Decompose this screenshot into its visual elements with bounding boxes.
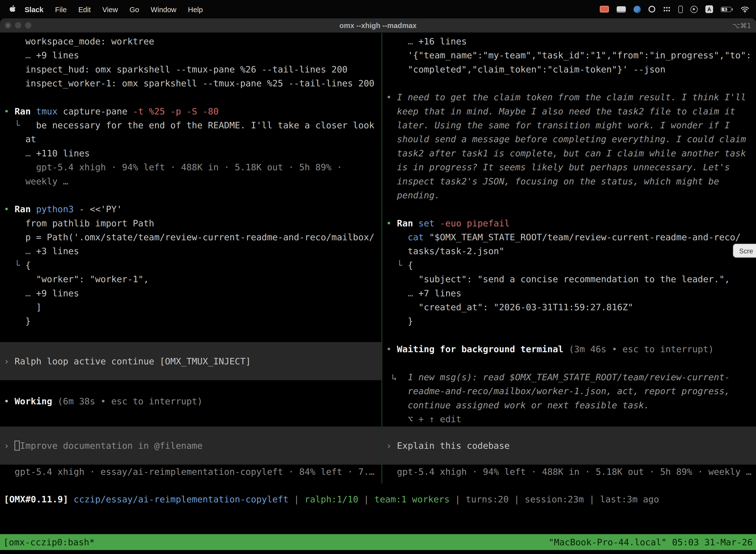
terminal-line xyxy=(4,90,381,104)
terminal-line: └ be necessary for the end of the README… xyxy=(4,118,381,132)
terminal-line: from pathlib import Path xyxy=(4,216,381,230)
menu-app-name[interactable]: Slack xyxy=(24,5,44,13)
wifi-icon[interactable] xyxy=(741,6,749,12)
working-status: • Working (6m 38s • esc to interrupt) xyxy=(4,394,381,408)
screen-overlay-button[interactable]: Scre xyxy=(733,244,756,258)
terminal-line xyxy=(4,328,381,342)
left-pane-content: workspace_mode: worktree … +9 lines insp… xyxy=(4,34,381,408)
terminal-line: ↳ 1 new msg(s): read $OMX_TEAM_STATE_ROO… xyxy=(386,370,756,384)
terminal-line: inspect task2's JSON, focusing on the st… xyxy=(386,174,756,188)
apple-menu[interactable] xyxy=(9,5,16,13)
terminal-line: task2 after task1 is complete, but can I… xyxy=(386,146,756,160)
terminal-line xyxy=(4,380,381,394)
terminal-line: keep that in mind. Maybe I also need the… xyxy=(386,104,756,118)
terminal-line: '{"team_name":"my-team","task_id":"1","f… xyxy=(386,48,756,62)
menu-item-file[interactable]: File xyxy=(55,5,67,13)
terminal-line xyxy=(386,328,756,342)
terminal-line: … +9 lines xyxy=(4,286,381,300)
terminal-line xyxy=(386,202,756,216)
terminal-line: └ { xyxy=(386,258,756,272)
terminal-line: workspace_mode: worktree xyxy=(4,34,381,48)
terminal-line: "created_at": "2026-03-31T11:59:27.816Z" xyxy=(386,300,756,314)
menu-bar: Slack FileEditViewGoWindowHelp A xyxy=(0,0,756,18)
text-cursor xyxy=(15,441,20,451)
ralph-loop-notice[interactable]: › Ralph loop active continue [OMX_TMUX_I… xyxy=(0,342,381,380)
app-blue-icon[interactable] xyxy=(633,5,641,13)
right-pane-content: … +16 lines '{"team_name":"my-team","tas… xyxy=(386,34,756,426)
terminal-line: "subject": "send a concise recommendatio… xyxy=(386,272,756,286)
menu-item-view[interactable]: View xyxy=(103,5,118,13)
tmux-status-bar: [omx-cczip0:bash* "MacBook-Pro-44.local"… xyxy=(0,534,756,550)
left-prompt-input[interactable]: › Improve documentation in @filename xyxy=(0,427,381,465)
terminal-line: readme-and-reco/mailbox/worker-1.json, a… xyxy=(386,384,756,398)
terminal-line: "worker": "worker-1", xyxy=(4,272,381,286)
battery-percent: 61 xyxy=(721,7,731,11)
terminal-line: is in progress? It seems likely but perh… xyxy=(386,160,756,174)
terminal-line: tasks/task-2.json" xyxy=(386,244,756,258)
terminal-line: at xyxy=(4,132,381,146)
terminal-line: … +16 lines xyxy=(386,34,756,48)
menu-item-go[interactable]: Go xyxy=(129,5,139,13)
terminal-line: • Ran python3 - <<'PY' xyxy=(4,202,381,216)
terminal-line: … +110 lines xyxy=(4,146,381,160)
menu-bar-left: Slack FileEditViewGoWindowHelp xyxy=(0,5,214,13)
terminal-line xyxy=(4,188,381,202)
right-pane-bottom: › Explain this codebase gpt-5.4 xhigh · … xyxy=(386,427,756,479)
terminal-line: inspect_hud: omx sparkshell --tmux-pane … xyxy=(4,62,381,76)
terminal-line: } xyxy=(386,314,756,328)
terminal-line: ⌥ + ↑ edit xyxy=(386,412,756,426)
terminal-line: gpt-5.4 xhigh · 94% left · 488K in · 5.1… xyxy=(4,160,381,174)
terminal-line: • Ran set -euo pipefail xyxy=(386,216,756,230)
menu-item-window[interactable]: Window xyxy=(150,5,176,13)
terminal-content: workspace_mode: worktree … +9 lines insp… xyxy=(0,33,756,554)
terminal-line: should send a message before completing … xyxy=(386,132,756,146)
omx-session-summary: [OMX#0.11.9] cczip/essay/ai-reimplementa… xyxy=(4,492,756,506)
apple-icon xyxy=(9,5,16,13)
tmux-session-label: [omx-cczip0:bash* xyxy=(3,535,95,549)
keyboard-icon[interactable] xyxy=(617,6,626,12)
tmux-panes: workspace_mode: worktree … +9 lines insp… xyxy=(0,33,756,484)
terminal-line: ] xyxy=(4,300,381,314)
left-pane[interactable]: workspace_mode: worktree … +9 lines insp… xyxy=(0,33,381,484)
terminal-line: continue assigned work or next feasible … xyxy=(386,398,756,412)
menu-extra-icon[interactable] xyxy=(691,5,698,13)
terminal-empty-space xyxy=(0,506,756,534)
screen-recording-icon[interactable] xyxy=(600,6,609,12)
grid-dots-glyph xyxy=(663,6,671,12)
terminal-line: } xyxy=(4,314,381,328)
menu-bar-status-icons: A 61 xyxy=(600,5,756,13)
terminal-line xyxy=(386,356,756,370)
terminal-line: • I need to get the claim token from the… xyxy=(386,90,756,104)
terminal-line: inspect_worker-1: omx sparkshell --tmux-… xyxy=(4,76,381,90)
left-pane-bottom: › Improve documentation in @filename gpt… xyxy=(4,427,381,479)
terminal-line: └ { xyxy=(4,258,381,272)
window-title: omx --xhigh --madmax xyxy=(0,18,756,33)
menu-item-help[interactable]: Help xyxy=(188,5,203,13)
wifi-glyph xyxy=(741,6,749,12)
right-pane[interactable]: … +16 lines '{"team_name":"my-team","tas… xyxy=(382,33,756,484)
screen-overlay-label: Scre xyxy=(739,247,753,255)
battery-icon[interactable]: 61 xyxy=(721,6,733,12)
terminal-line: p = Path('.omx/state/team/review-current… xyxy=(4,230,381,244)
window-shortcut: ⌥⌘1 xyxy=(733,18,751,33)
terminal-line: cat "$OMX_TEAM_STATE_ROOT/team/review-cu… xyxy=(386,230,756,244)
terminal-line: • Ran tmux capture-pane -t %25 -p -S -80 xyxy=(4,104,381,118)
left-model-status-footer: gpt-5.4 xhigh · essay/ai-reimplementatio… xyxy=(4,465,381,479)
title-bar[interactable]: × omx --xhigh --madmax ⌥⌘1 xyxy=(0,18,756,33)
right-model-status-footer: gpt-5.4 xhigh · 94% left · 488K in · 5.1… xyxy=(386,465,756,479)
terminal-line: pending. xyxy=(386,188,756,202)
omx-status-line: [OMX#0.11.9] cczip/essay/ai-reimplementa… xyxy=(0,484,756,506)
terminal-window: × omx --xhigh --madmax ⌥⌘1 workspace_mod… xyxy=(0,18,756,554)
record-ring-icon[interactable] xyxy=(649,6,655,12)
terminal-line: … +7 lines xyxy=(386,286,756,300)
menu-item-edit[interactable]: Edit xyxy=(78,5,91,13)
waiting-status: • Waiting for background terminal (3m 46… xyxy=(386,342,756,356)
right-prompt-input[interactable]: › Explain this codebase xyxy=(382,427,756,465)
battery-nub xyxy=(732,8,733,10)
app-grid-icon[interactable] xyxy=(663,6,671,12)
tmux-host-time-label: "MacBook-Pro-44.local" 05:03 31-Mar-26 xyxy=(549,535,753,549)
device-icon[interactable] xyxy=(678,5,683,13)
input-source-icon[interactable]: A xyxy=(705,5,713,13)
terminal-line xyxy=(386,76,756,90)
terminal-line: "completed","claim_token":"claim-token"}… xyxy=(386,62,756,76)
